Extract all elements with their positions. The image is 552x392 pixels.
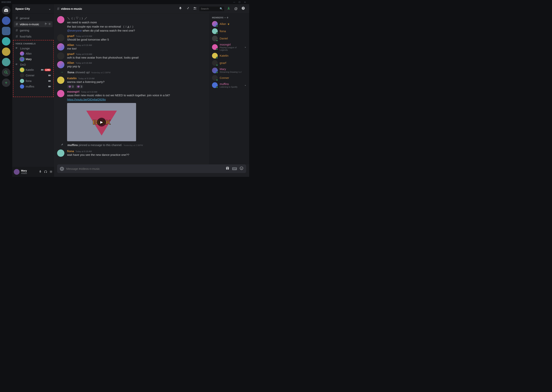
maximize-button[interactable]: ☐ [237, 1, 242, 3]
reaction[interactable]: 👾3 [67, 85, 74, 88]
member-name: fiona [220, 29, 226, 33]
settings-button[interactable] [50, 170, 52, 174]
voice-user[interactable]: Allan [14, 51, 52, 56]
voice-user[interactable]: KatelinLIVE [14, 67, 52, 73]
search-input[interactable] [201, 7, 220, 10]
emoji-button[interactable] [240, 166, 243, 171]
message-avatar[interactable] [57, 77, 64, 84]
message-avatar[interactable] [57, 149, 64, 157]
video-embed[interactable]: BEAK▶ [67, 103, 136, 141]
gif-button[interactable]: GIF [232, 167, 237, 170]
voice-channel-dnd[interactable]: DnD [14, 62, 52, 67]
mute-button[interactable] [39, 170, 42, 174]
text-channel-general[interactable]: #general [14, 15, 52, 21]
member-name: Daniel [220, 37, 228, 40]
member-item[interactable]: Conner [211, 74, 248, 82]
pinned-button[interactable] [186, 7, 189, 11]
voice-channel-lounge[interactable]: Lounge [14, 46, 52, 51]
message-author[interactable]: Allan [67, 43, 74, 47]
server-item[interactable] [2, 16, 10, 25]
message-avatar[interactable] [57, 52, 64, 60]
message-author[interactable]: Allan [67, 61, 74, 64]
play-button[interactable]: ▶ [97, 118, 106, 126]
add-server-button[interactable]: + [2, 78, 10, 87]
member-item[interactable]: fiona [211, 28, 248, 35]
message-author[interactable]: fiona [67, 149, 74, 153]
svg-point-15 [195, 7, 196, 8]
voice-user[interactable]: fiona [14, 78, 52, 84]
message-avatar[interactable] [57, 34, 64, 42]
live-badge: LIVE [44, 69, 51, 71]
member-item[interactable]: Daniel [211, 35, 248, 42]
home-button[interactable] [2, 6, 10, 14]
members-toggle[interactable] [193, 7, 197, 11]
camera-icon [48, 85, 51, 88]
message-author[interactable]: moongirl [67, 90, 79, 93]
deafen-button[interactable] [44, 170, 47, 174]
message-author[interactable]: Katelin [67, 77, 77, 80]
message-text: the last couple eps made me so emotional… [67, 25, 206, 29]
settings-icon[interactable] [48, 23, 51, 26]
svg-point-2 [45, 23, 46, 24]
reaction-emoji: 👾 [77, 85, 80, 88]
message-avatar[interactable] [57, 90, 64, 97]
gift-button[interactable] [225, 166, 229, 171]
mentions-button[interactable]: @ [234, 7, 238, 11]
status-online-icon [216, 72, 218, 73]
message-text: yep yep ty [67, 64, 206, 69]
channel-sidebar: Space City ⌄ #general#videos-n-music#gam… [12, 4, 54, 177]
invite-icon[interactable] [44, 23, 47, 26]
explore-button[interactable] [2, 68, 10, 77]
status-online-icon [216, 32, 218, 34]
text-channel-videos-n-music[interactable]: #videos-n-music [14, 21, 52, 27]
server-item[interactable] [2, 58, 10, 66]
voice-user[interactable]: Mary [14, 56, 52, 62]
member-item[interactable]: MaryStreaming Drawing \·o·/ [211, 67, 248, 74]
member-item[interactable]: moongirlPlaying League of Legends▸ [211, 42, 248, 52]
member-item[interactable]: Katelin [211, 52, 248, 59]
member-name: Mary [220, 67, 242, 71]
self-avatar[interactable] [14, 169, 20, 175]
server-item[interactable] [2, 48, 10, 56]
server-item[interactable] [2, 37, 10, 46]
message-author[interactable]: gnarf [67, 52, 74, 56]
inbox-button[interactable] [227, 7, 230, 11]
message-text: @everyone when do y'all wanna watch the … [67, 28, 206, 33]
voice-user[interactable]: muffins [14, 84, 52, 89]
mention[interactable]: @everyone [67, 29, 82, 32]
notifications-button[interactable] [179, 7, 182, 11]
search-box[interactable]: 🔍 [199, 7, 224, 11]
message-text: ＼（；▽；）／ [67, 16, 206, 20]
text-channel-gaming[interactable]: #gaming [14, 27, 52, 33]
message-input[interactable] [66, 167, 223, 170]
message-link[interactable]: https://youtu.be/OiDx6aQ928o [67, 98, 106, 101]
message-list[interactable]: ＼（；▽；）／we need to watch morethe last cou… [54, 14, 209, 164]
message-avatar[interactable] [57, 43, 64, 50]
message-avatar[interactable] [57, 61, 64, 68]
avatar [20, 51, 24, 56]
reaction[interactable]: 👾3 [76, 85, 83, 88]
voice-header-label: VOICE CHANNELS [15, 42, 36, 45]
close-button[interactable]: ✕ [242, 1, 248, 3]
message-author[interactable]: gnarf [67, 34, 74, 37]
member-item[interactable]: muffinsListening to Spotify▸ [211, 82, 248, 89]
member-item[interactable]: Allan ♛ [211, 20, 248, 28]
member-avatar [212, 21, 218, 27]
voice-user[interactable]: Conner [14, 73, 52, 78]
member-item[interactable]: gnarf [211, 59, 248, 67]
message-avatar[interactable] [57, 16, 64, 23]
reaction-emoji: 👾 [68, 85, 71, 88]
member-name: moongirl [220, 43, 243, 46]
status-online-icon [216, 79, 218, 81]
server-item-active[interactable] [2, 27, 10, 35]
svg-point-23 [240, 167, 243, 170]
voice-channels-header[interactable]: ⌄ VOICE CHANNELS [12, 42, 54, 46]
svg-rect-7 [48, 86, 50, 87]
status-online-icon [216, 64, 218, 66]
attach-button[interactable]: + [60, 167, 64, 171]
server-header[interactable]: Space City ⌄ [12, 4, 54, 14]
svg-point-21 [226, 167, 227, 168]
text-channel-food-fails[interactable]: #food-fails [14, 34, 52, 39]
help-button[interactable]: ? [241, 7, 245, 11]
minimize-button[interactable]: — [232, 1, 237, 3]
